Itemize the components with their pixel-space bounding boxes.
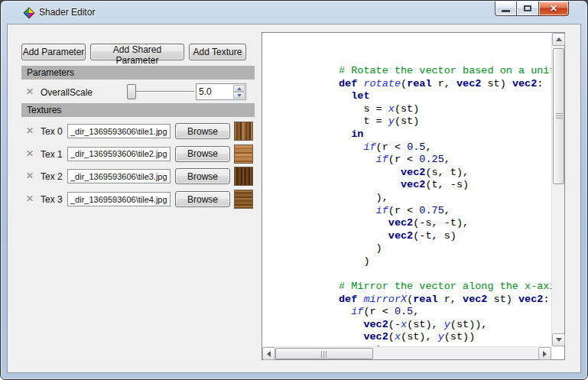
code-line: vec2(s, t), xyxy=(339,167,551,180)
code-line: ) xyxy=(339,242,551,255)
browse-button[interactable]: Browse xyxy=(175,146,230,162)
code-line: s = x(st) xyxy=(339,103,551,116)
parameter-value-input[interactable] xyxy=(197,84,233,99)
parameters-header: Parameters xyxy=(21,66,255,80)
scroll-left-icon xyxy=(267,351,271,357)
scrollbar-corner xyxy=(551,346,564,359)
code-line: vec2(-s, -t), xyxy=(339,217,551,230)
code-line: if(r < 0.5, xyxy=(339,306,551,319)
texture-path-input[interactable] xyxy=(67,169,171,184)
app-icon xyxy=(23,7,35,19)
code-line: vec2(-x(st), y(st)), xyxy=(339,319,551,332)
texture-row: ✕Tex 1Browse xyxy=(21,145,266,164)
window-title: Shader Editor xyxy=(39,7,95,18)
scroll-up-button[interactable] xyxy=(552,33,565,46)
code-line: # Rotate the vector based on a unit xyxy=(339,65,551,78)
code-line: vec2(t, -s) xyxy=(339,179,551,192)
horizontal-scroll-thumb[interactable] xyxy=(275,348,373,359)
code-editor[interactable]: # Rotate the vector based on a unit def … xyxy=(262,33,551,346)
browse-button[interactable]: Browse xyxy=(175,123,230,139)
slider-handle[interactable] xyxy=(127,84,136,99)
close-button[interactable]: ✕ xyxy=(539,2,569,16)
code-line: let xyxy=(339,90,551,103)
texture-thumbnail xyxy=(234,167,253,186)
texture-label: Tex 0 xyxy=(41,126,63,137)
browse-button[interactable]: Browse xyxy=(175,168,230,184)
remove-texture-button[interactable]: ✕ xyxy=(26,193,34,204)
texture-label: Tex 3 xyxy=(41,194,63,205)
texture-thumbnail xyxy=(234,145,253,164)
code-line: ) xyxy=(339,255,551,268)
remove-texture-button[interactable]: ✕ xyxy=(26,171,34,181)
spin-up-button[interactable] xyxy=(233,85,245,92)
scroll-grip-icon xyxy=(321,351,327,358)
texture-row: ✕Tex 0Browse xyxy=(21,122,266,141)
spin-buttons xyxy=(233,85,245,99)
code-line: def mirrorX(real r, vec2 st) vec2: xyxy=(339,294,551,307)
vertical-scroll-thumb[interactable] xyxy=(553,48,564,184)
texture-thumbnail xyxy=(234,190,253,209)
texture-label: Tex 1 xyxy=(41,149,63,160)
client-area: Add Parameter Add Shared Parameter Add T… xyxy=(7,24,581,373)
parameter-row: ✕ OverallScale xyxy=(21,83,255,102)
parameter-name: OverallScale xyxy=(41,87,93,98)
remove-parameter-button[interactable]: ✕ xyxy=(26,86,34,97)
texture-row: ✕Tex 2Browse xyxy=(21,167,266,187)
textures-header: Textures xyxy=(21,103,255,117)
add-texture-button[interactable]: Add Texture xyxy=(189,44,246,60)
scroll-down-icon xyxy=(556,338,562,342)
scroll-grip-icon xyxy=(556,113,563,119)
texture-row: ✕Tex 3Browse xyxy=(21,190,266,209)
code-line: ), xyxy=(339,192,551,205)
horizontal-scrollbar[interactable] xyxy=(262,346,551,359)
maximize-icon xyxy=(524,5,531,11)
scroll-up-icon xyxy=(556,37,562,41)
scroll-right-button[interactable] xyxy=(538,347,551,360)
code-line: # Mirror the vector along the x-axis xyxy=(339,281,551,294)
minimize-icon xyxy=(502,10,510,12)
parameter-slider[interactable] xyxy=(127,83,196,100)
add-shared-parameter-button[interactable]: Add Shared Parameter xyxy=(90,44,184,60)
code-line: def rotate(real r, vec2 st) vec2: xyxy=(339,78,551,91)
slider-groove[interactable] xyxy=(128,91,194,93)
code-line: in xyxy=(339,128,551,141)
up-arrow-icon xyxy=(237,87,242,90)
texture-thumbnail xyxy=(234,122,253,141)
maximize-button[interactable] xyxy=(517,2,539,16)
scroll-down-button[interactable] xyxy=(552,333,565,346)
code-line: t = y(st) xyxy=(339,115,551,128)
remove-texture-button[interactable]: ✕ xyxy=(26,125,34,136)
code-line: if(r < 0.75, xyxy=(339,205,551,218)
spin-down-button[interactable] xyxy=(233,92,245,99)
texture-path-input[interactable] xyxy=(67,124,171,138)
code-line: if(r < 0.25, xyxy=(339,154,551,167)
remove-texture-button[interactable]: ✕ xyxy=(26,148,34,159)
texture-path-input[interactable] xyxy=(67,147,171,161)
minimize-button[interactable] xyxy=(495,2,517,16)
vertical-scrollbar[interactable] xyxy=(551,33,564,346)
scroll-left-button[interactable] xyxy=(262,347,275,360)
code-line: vec2(x(st), y(st)) xyxy=(339,331,551,344)
shader-editor-window: Shader Editor ✕ Add Parameter Add Shared… xyxy=(0,0,588,380)
code-editor-panel: # Rotate the vector based on a unit def … xyxy=(262,32,565,360)
code-line xyxy=(339,268,551,281)
down-arrow-icon xyxy=(237,94,242,97)
browse-button[interactable]: Browse xyxy=(175,191,230,207)
texture-label: Tex 2 xyxy=(41,171,63,182)
scroll-right-icon xyxy=(543,351,547,357)
texture-path-input[interactable] xyxy=(67,192,171,206)
parameter-spinbox xyxy=(196,83,246,100)
add-parameter-button[interactable]: Add Parameter xyxy=(21,44,86,60)
code-line: if(r < 0.5, xyxy=(339,141,551,154)
close-icon: ✕ xyxy=(550,4,557,13)
code-line: vec2(-t, s) xyxy=(339,230,551,243)
titlebar[interactable]: Shader Editor ✕ xyxy=(1,1,587,24)
window-controls: ✕ xyxy=(495,2,569,16)
